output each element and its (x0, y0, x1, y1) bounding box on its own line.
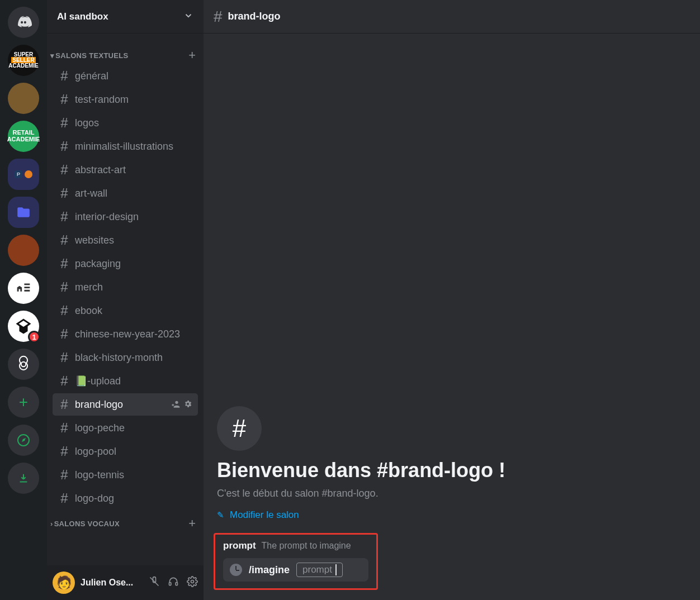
channel-logos[interactable]: #logos (53, 112, 198, 134)
hash-icon: # (58, 444, 70, 459)
edit-channel-link[interactable]: ✎ Modifier le salon (217, 509, 687, 521)
user-avatar[interactable]: 🧑 (53, 572, 75, 594)
clock-icon (230, 564, 242, 576)
param-name: prompt (223, 540, 256, 551)
channel-sidebar: AI sandbox ▾ SALONS TEXTUELS + #général#… (47, 0, 204, 600)
pencil-icon: ✎ (217, 510, 224, 520)
hash-icon: # (58, 303, 70, 318)
command-hint: prompt The prompt to imagine (223, 540, 368, 551)
channel-merch[interactable]: #merch (53, 276, 198, 298)
channel-label: logo-peche (75, 422, 125, 434)
channel-abstract-art[interactable]: #abstract-art (53, 159, 198, 181)
server-icon[interactable]: SUPERSELLERACADEMIE (8, 45, 39, 76)
server-header[interactable]: AI sandbox (47, 0, 204, 34)
hash-icon: # (58, 420, 70, 436)
channel-label: art-wall (75, 188, 107, 199)
channel-minimalist-illustrations[interactable]: #minimalist-illustrations (53, 135, 198, 158)
channel-label: logo-pool (75, 446, 116, 458)
category-header[interactable]: › SALONS VOCAUX + (47, 515, 204, 532)
channel-hash-icon: # (217, 406, 262, 451)
channel-label: chinese-new-year-2023 (75, 328, 180, 340)
channel-label: logos (75, 117, 99, 129)
hash-icon: # (58, 373, 70, 389)
hash-icon: # (58, 467, 70, 483)
channel-chinese-new-year-2023[interactable]: #chinese-new-year-2023 (53, 323, 198, 345)
server-icon[interactable]: 1 (8, 311, 39, 342)
add-server-button[interactable]: + (8, 387, 39, 418)
channel-label: websites (75, 235, 114, 246)
mic-mute-icon[interactable] (149, 576, 160, 589)
gear-icon[interactable] (183, 399, 192, 410)
channel-art-wall[interactable]: #art-wall (53, 182, 198, 204)
channel-list: ▾ SALONS TEXTUELS + #général#test-random… (47, 34, 204, 565)
download-apps-button[interactable] (8, 463, 39, 494)
hash-icon: # (58, 139, 70, 154)
invite-icon[interactable] (171, 399, 180, 410)
discord-home-icon[interactable] (8, 7, 39, 38)
channel-title: brand-logo (228, 11, 281, 22)
channel-label: logo-tennis (75, 469, 124, 481)
channel-label: abstract-art (75, 164, 126, 176)
add-channel-button[interactable]: + (188, 517, 196, 530)
hash-icon: # (58, 397, 70, 412)
server-folder-icon[interactable] (8, 197, 39, 228)
settings-gear-icon[interactable] (187, 576, 198, 589)
channel-interior-design[interactable]: #interior-design (53, 206, 198, 228)
hash-icon: # (58, 491, 70, 506)
server-icon[interactable] (8, 235, 39, 266)
message-input[interactable]: /imagine prompt (223, 558, 368, 582)
channel-label: packaging (75, 258, 121, 270)
hash-icon: # (58, 68, 70, 84)
category-header[interactable]: ▾ SALONS TEXTUELS + (47, 47, 204, 64)
hash-icon: # (58, 279, 70, 295)
channel-logo-pool[interactable]: #logo-pool (53, 440, 198, 463)
server-icon[interactable]: RETAILACADEMIE (8, 121, 39, 152)
channel-label: 📗-upload (75, 375, 121, 387)
notification-badge: 1 (28, 331, 40, 343)
server-name: AI sandbox (57, 11, 108, 22)
chat-body: # Bienvenue dans #brand-logo ! C'est le … (204, 34, 700, 600)
server-icon[interactable] (8, 83, 39, 114)
server-rail: SUPERSELLERACADEMIE RETAILACADEMIE P 1 + (0, 0, 47, 600)
hash-icon: # (58, 209, 70, 225)
channel-packaging[interactable]: #packaging (53, 253, 198, 275)
channel-logo-dog[interactable]: #logo-dog (53, 487, 198, 509)
svg-point-4 (191, 580, 194, 583)
svg-rect-3 (176, 583, 177, 585)
param-description: The prompt to imagine (262, 541, 351, 551)
channel-black-history-month[interactable]: #black-history-month (53, 346, 198, 369)
headphones-icon[interactable] (168, 576, 179, 589)
channel-ebook[interactable]: #ebook (53, 299, 198, 322)
channel-label: logo-dog (75, 493, 114, 504)
channel-label: interior-design (75, 211, 139, 223)
channel-logo-tennis[interactable]: #logo-tennis (53, 464, 198, 486)
channel-logo-peche[interactable]: #logo-peche (53, 417, 198, 439)
text-cursor (335, 564, 337, 575)
hash-icon: # (58, 232, 70, 248)
channel--upload[interactable]: #📗-upload (53, 370, 198, 392)
chevron-right-icon: › (50, 520, 53, 528)
add-channel-button[interactable]: + (188, 49, 196, 61)
param-field[interactable]: prompt (296, 563, 343, 577)
server-icon[interactable] (8, 273, 39, 304)
user-panel: 🧑 Julien Ose... (47, 565, 204, 600)
channel-g-n-ral[interactable]: #général (53, 65, 198, 87)
channel-websites[interactable]: #websites (53, 229, 198, 251)
explore-servers-button[interactable] (8, 425, 39, 456)
hash-icon: # (58, 92, 70, 107)
channel-label: black-history-month (75, 352, 163, 364)
welcome-block: # Bienvenue dans #brand-logo ! C'est le … (217, 406, 687, 521)
hash-icon: # (214, 8, 223, 26)
channel-brand-logo[interactable]: #brand-logo (53, 393, 198, 416)
hash-icon: # (58, 185, 70, 201)
username: Julien Ose... (81, 578, 133, 588)
chat-main: # brand-logo # Bienvenue dans #brand-log… (204, 0, 700, 600)
server-icon[interactable] (8, 349, 39, 380)
svg-rect-2 (169, 583, 171, 585)
command-input-zone: prompt The prompt to imagine /imagine pr… (214, 533, 378, 590)
channel-label: test-random (75, 94, 129, 106)
hash-icon: # (58, 326, 70, 342)
hash-icon: # (58, 350, 70, 365)
server-folder[interactable]: P (8, 159, 39, 190)
channel-test-random[interactable]: #test-random (53, 88, 198, 111)
